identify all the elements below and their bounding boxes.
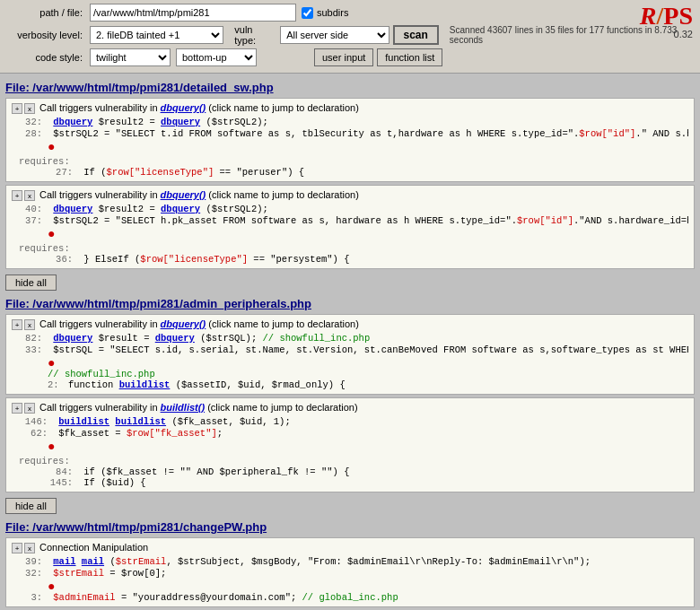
func-link-4[interactable]: buildlist() [161,402,206,413]
requires-4: requires: 84: if ($fk_asset != "" AND $p… [12,454,688,488]
line-num: 27: [46,167,73,178]
dbquery-fn-link2[interactable]: dbquery [161,117,200,127]
vuln-block-1: + x Call triggers vulnerability in dbque… [5,98,695,182]
block-icon-expand[interactable]: + [12,103,22,114]
line-num: 39: [15,556,42,567]
scan-button[interactable]: scan [393,25,439,45]
line-num: 28: [15,128,42,139]
code-line-2b: 37: $strSQL2 = "SELECT h.pk_asset FROM s… [12,215,688,226]
code-line-5a: 39: mail mail ($strEmail, $strSubject, $… [12,556,688,567]
line-num: 32: [15,117,42,127]
buildlist-fn-link[interactable]: buildlist [119,379,171,390]
function-list-button[interactable]: function list [377,48,442,66]
line-num: 62: [15,428,48,439]
code-line-4a: 146: buildlist buildlist ($fk_asset, $ui… [12,416,688,427]
requires-line-2: 36: } ElseIf ($row["licenseType"] == "pe… [19,254,688,265]
buildlist-fn-link2[interactable]: buildlist [58,416,109,427]
logo-text: R/PS [640,4,693,29]
func-link-1[interactable]: dbquery() [161,102,206,113]
requires-label-2: requires: [19,243,70,254]
line-num: 32: [15,568,42,579]
logo-version: 0.32 [640,29,693,39]
hide-all-button-2[interactable]: hide all [5,498,57,514]
logo-area: R/PS 0.32 [640,4,693,39]
vuln-block-5: + x Connection Manipulation 39: mail mai… [5,537,695,607]
vuln-title-4: + x Call triggers vulnerability in build… [12,402,688,414]
vuln-block-2: + x Call triggers vulnerability in dbque… [5,185,695,269]
vuln-title-3: + x Call triggers vulnerability in dbque… [12,318,688,330]
file-header-3: File: /var/www/html/tmp/pmi281/changePW.… [5,520,695,534]
mail-fn-link[interactable]: mail [53,556,75,567]
line-num: 82: [15,333,42,344]
block-icon-close[interactable]: x [24,103,35,114]
block-icon-expand-5[interactable]: + [12,543,22,553]
line-num: 33: [15,344,42,355]
file-section-1: File: /var/www/html/tmp/pmi281/detailed_… [5,81,695,293]
req-num: 2: [48,379,59,390]
func-link-2[interactable]: dbquery() [161,189,206,200]
hide-all-button-1[interactable]: hide all [5,274,57,291]
vuln-type-select[interactable]: All server side [280,26,389,44]
vuln-type-label: vuln type: [234,24,274,46]
file-section-2: File: /var/www/html/tmp/pmi281/admin_per… [5,297,695,517]
dbquery-fn-link3[interactable]: dbquery [53,204,92,214]
block-icons-4: + x [12,403,35,414]
subdirs-label: subdirs [317,7,348,18]
block-icon-expand-4[interactable]: + [12,403,22,414]
requires-line-4a: 84: if ($fk_asset != "" AND $peripheral_… [19,466,688,477]
block-icon-close-2[interactable]: x [24,190,35,201]
code-line-3a: 82: dbquery $result = dbquery ($strSQL);… [12,333,688,344]
code-line-5b: 32: $strEmail = $row[0]; [12,568,688,579]
code-style-label: code style: [5,52,86,63]
bullet-5: ● [12,580,688,592]
buildlist-fn-link3[interactable]: buildlist [115,416,166,427]
user-input-button[interactable]: user input [314,48,373,66]
line-num: 40: [15,204,42,214]
path-label: path / file: [5,7,86,18]
bullet-4: ● [12,440,688,452]
code-line-2a: 40: dbquery $result2 = dbquery ($strSQL2… [12,204,688,214]
line-num: 3: [15,592,42,603]
dbquery-fn-link5[interactable]: dbquery [53,333,92,344]
dbquery-fn-link6[interactable]: dbquery [155,333,195,344]
block-icons-3: + x [12,319,35,330]
mail-fn-link2[interactable]: mail [82,556,104,567]
dbquery-fn-link[interactable]: dbquery [53,117,92,127]
code-style-select2[interactable]: bottom-up [176,48,257,66]
block-icon-close-3[interactable]: x [24,319,35,330]
block-icon-expand-3[interactable]: + [12,319,22,330]
block-icon-expand-2[interactable]: + [12,190,22,201]
subdirs-checkbox[interactable] [302,7,313,19]
block-icon-close-4[interactable]: x [24,403,35,414]
bullet-2: ● [12,227,688,240]
verbosity-select[interactable]: 2. fileDB tainted +1 [90,26,223,44]
line-num: 146: [15,416,48,427]
logo-ps: PS [663,2,693,30]
bullet-3: ● [12,356,688,369]
code-line-4b: 62: $fk_asset = $row["fk_asset"]; [12,428,688,439]
line-num: 37: [15,215,42,226]
requires-2: requires: 36: } ElseIf ($row["licenseTyp… [12,241,688,265]
code-style-select1[interactable]: twilight [90,48,171,66]
block-icons-1: + x [12,103,35,114]
verbosity-label: verbosity level: [5,30,86,40]
line-num: 145: [46,477,73,488]
requires-label-4: requires: [19,456,70,466]
file-header-2: File: /var/www/html/tmp/pmi281/admin_per… [5,297,695,310]
content-area: File: /var/www/html/tmp/pmi281/detailed_… [0,74,700,610]
requires-1: requires: 27: If ($row["licenseType"] ==… [12,154,688,178]
vuln-block-3: + x Call triggers vulnerability in dbque… [5,314,695,395]
logo-r: R [640,2,657,30]
requires-line-3: 2: function buildlist ($assetID, $uid, $… [12,379,688,390]
line-num: 84: [46,466,73,477]
requires-line-1: 27: If ($row["licenseType"] == "peruser"… [19,167,688,178]
bullet-1: ● [12,140,688,152]
dbquery-fn-link4[interactable]: dbquery [161,204,200,214]
requires-line-4b: 145: If ($uid) { [19,477,688,488]
path-input[interactable] [90,4,296,22]
block-icon-close-5[interactable]: x [24,543,35,553]
func-link-3[interactable]: dbquery() [161,318,206,329]
comment-line-3: // showfull_inc.php [12,369,688,379]
toolbar: path / file: subdirs R/PS 0.32 verbosity… [0,0,700,74]
file-section-3: File: /var/www/html/tmp/pmi281/changePW.… [5,520,695,607]
